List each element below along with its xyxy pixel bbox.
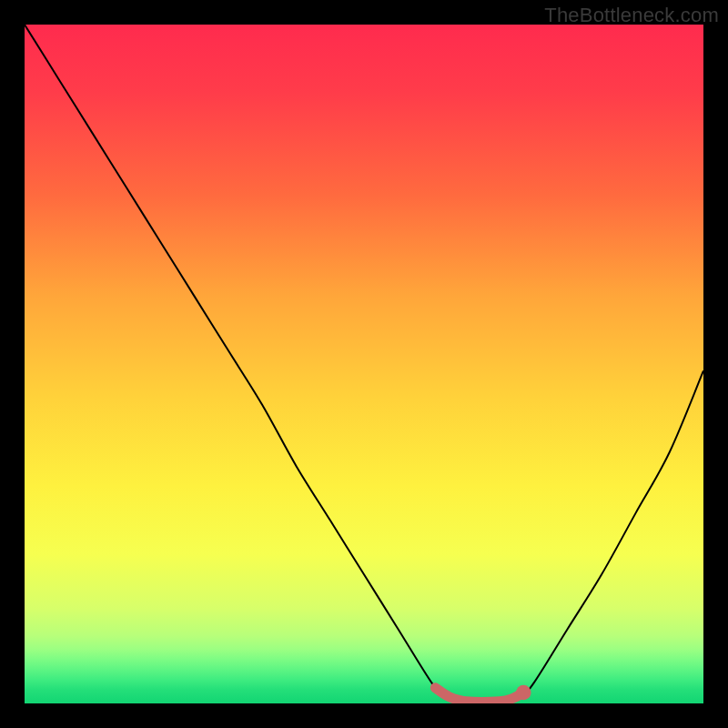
- chart-container: TheBottleneck.com: [0, 0, 728, 728]
- bottleneck-chart: [25, 25, 703, 703]
- gradient-background: [25, 25, 703, 703]
- optimal-range-endpoint: [516, 685, 531, 700]
- watermark-text: TheBottleneck.com: [544, 4, 719, 27]
